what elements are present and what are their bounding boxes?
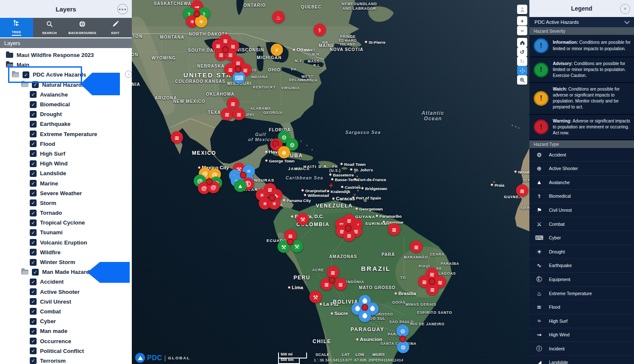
cyber-icon: ⌨ — [235, 74, 243, 81]
tree-item-earthquake[interactable]: ✓Earthquake — [0, 119, 132, 129]
tree-item-tsunami[interactable]: ✓Tsunami — [0, 228, 132, 237]
checkbox-active-shooter[interactable]: ✓ — [30, 288, 37, 295]
tab-backgrounds[interactable]: BACKGROUNDS — [66, 18, 99, 37]
hazard-marker-severe-weather[interactable]: ⚡ — [271, 44, 283, 56]
hazard-marker-dot — [399, 336, 406, 342]
checkbox-civil-unrest[interactable]: ✓ — [30, 298, 37, 305]
checkbox-accident[interactable]: ✓ — [30, 279, 37, 285]
tab-label: TREE — [12, 30, 21, 36]
tree-item-civil-unrest[interactable]: ✓Civil Unrest — [0, 297, 132, 307]
checkbox-winter-storm[interactable]: ✓ — [30, 259, 37, 266]
checkbox-occurrence[interactable]: ✓ — [30, 338, 37, 344]
hazard-marker-flood[interactable]: ≋ — [388, 223, 401, 236]
map-control-home[interactable] — [517, 38, 527, 47]
tree-item-wildfire[interactable]: ✓Wildfire — [0, 247, 132, 257]
tree-item-landslide[interactable]: ✓Landslide — [0, 168, 132, 178]
hazard-marker-man-made[interactable]: ⚒ — [297, 213, 309, 225]
map-control-undo[interactable]: ↺ — [517, 47, 527, 57]
checkbox-man-made[interactable]: ✓ — [30, 328, 37, 335]
tree-item-cyber[interactable]: ✓Cyber — [0, 316, 132, 326]
tree-item-tropical-cyclone[interactable]: ✓Tropical Cyclone — [0, 218, 132, 228]
checkbox-political-conflict[interactable]: ✓ — [30, 347, 37, 354]
tree-item-terrorism[interactable]: ✓Terrorism — [0, 356, 132, 364]
checkbox-avalanche[interactable]: ✓ — [30, 91, 37, 98]
map-label-goi-s: GOIÁS — [392, 300, 405, 304]
checkbox-terrorism[interactable]: ✓ — [30, 357, 37, 364]
checkbox-severe-weather[interactable]: ✓ — [30, 190, 37, 196]
info-icon[interactable]: i — [125, 71, 132, 78]
checkbox-man-made-hazards[interactable]: ✓ — [32, 269, 39, 276]
hazard-marker-flood[interactable]: ≋ — [327, 266, 339, 279]
tree-item-storm[interactable]: ✓Storm — [0, 198, 132, 208]
hazard-marker-flood[interactable]: ≋ — [335, 278, 347, 290]
tree-item-main[interactable]: Main — [0, 60, 132, 70]
hazard-marker-extreme-temperature[interactable]: ♨ — [273, 11, 285, 23]
hazard-type-row-avalanche: ▲Avalanche — [529, 176, 634, 190]
checkbox-storm[interactable]: ✓ — [30, 199, 37, 206]
hazard-marker-flood[interactable]: ≋ — [410, 241, 423, 253]
tree-item-marine[interactable]: ✓Marine — [0, 178, 132, 188]
checkbox-tsunami[interactable]: ✓ — [30, 229, 37, 236]
hazard-marker-cyber[interactable]: ⌨ — [233, 71, 245, 84]
checkbox-flood[interactable]: ✓ — [30, 140, 37, 147]
tree-item-flood[interactable]: ✓Flood — [0, 139, 132, 149]
checkbox-earthquake[interactable]: ✓ — [30, 121, 37, 128]
checkbox-high-wind[interactable]: ✓ — [30, 160, 37, 167]
hazard-marker-flood[interactable]: ≋ — [516, 185, 529, 197]
checkbox-landslide[interactable]: ✓ — [30, 170, 37, 177]
tree-item-maui-wildfire-response-2023[interactable]: Maui Wildfire Response 2023 — [0, 50, 132, 60]
hazard-marker-flood[interactable]: ≋ — [233, 108, 245, 120]
hazard-marker-biomedical[interactable]: ⚕ — [314, 24, 326, 36]
checkbox-marine[interactable]: ✓ — [30, 180, 37, 187]
tree-item-political-conflict[interactable]: ✓Political Conflict — [0, 346, 132, 356]
checkbox-combat[interactable]: ✓ — [30, 308, 37, 315]
tree-item-high-surf[interactable]: ✓High Surf — [0, 149, 132, 159]
folder-open-icon[interactable] — [6, 63, 13, 68]
checkbox-high-surf[interactable]: ✓ — [30, 150, 37, 157]
checkbox-volcanic-eruption[interactable]: ✓ — [30, 239, 37, 246]
tree-item-extreme-temperature[interactable]: ✓Extreme Temperature — [0, 129, 132, 139]
tab-search[interactable]: SEARCH — [33, 18, 66, 37]
panel-menu-button[interactable]: ●●● — [117, 4, 128, 14]
checkbox-natural-hazards[interactable]: ✓ — [32, 81, 39, 88]
map-control-zoom-in[interactable]: + — [517, 16, 527, 26]
tree-item-volcanic-eruption[interactable]: ✓Volcanic Eruption — [0, 238, 132, 247]
folder-closed-icon[interactable] — [6, 53, 13, 58]
tree-item-severe-weather[interactable]: ✓Severe Weather — [0, 188, 132, 198]
tree-item-drought[interactable]: ✓Drought — [0, 109, 132, 119]
checkbox-wildfire[interactable]: ✓ — [30, 249, 37, 256]
tab-tree[interactable]: TREE — [0, 18, 33, 37]
hazard-marker-man-made[interactable]: ⚒ — [310, 291, 322, 303]
hazard-marker-flame[interactable] — [359, 310, 371, 322]
folder-open-icon[interactable] — [21, 270, 28, 275]
map-control-pan[interactable] — [517, 66, 527, 75]
checkbox-biomedical[interactable]: ✓ — [30, 101, 37, 108]
hazard-marker-volcano[interactable]: ▲ — [234, 180, 247, 192]
legend-group-pdc-active-hazards[interactable]: PDC Active Hazards — [529, 17, 634, 27]
map-control-street-view[interactable] — [517, 5, 527, 14]
tree-item-combat[interactable]: ✓Combat — [0, 307, 132, 316]
tab-edit[interactable]: EDIT — [99, 18, 132, 37]
checkbox-extreme-temperature[interactable]: ✓ — [30, 131, 37, 137]
tree-item-high-wind[interactable]: ✓High Wind — [0, 159, 132, 168]
tree-item-active-shooter[interactable]: ✓Active Shooter — [0, 287, 132, 297]
checkbox-pdc-active-hazards[interactable]: ✓ — [23, 71, 29, 78]
hazard-marker-flood[interactable]: ≋ — [221, 108, 233, 120]
map-canvas[interactable]: SASKATCHEWANONTARIOQUEBECNEWFOUNDLANDAND… — [132, 0, 529, 364]
checkbox-tornado[interactable]: ✓ — [30, 210, 37, 216]
tree-item-tornado[interactable]: ✓Tornado — [0, 208, 132, 218]
checkbox-tropical-cyclone[interactable]: ✓ — [30, 219, 37, 226]
map-control-redo[interactable]: ↻ — [517, 57, 527, 66]
hazard-marker-flood[interactable]: ≋ — [171, 131, 183, 144]
folder-open-icon[interactable] — [12, 72, 19, 77]
tree-item-man-made[interactable]: ✓Man made — [0, 326, 132, 336]
checkbox-drought[interactable]: ✓ — [30, 111, 37, 118]
tree-item-occurrence[interactable]: ✓Occurrence — [0, 336, 132, 346]
hazard-marker-active-shooter[interactable]: ⊕ — [278, 146, 290, 159]
folder-open-icon[interactable] — [21, 82, 28, 87]
close-icon[interactable]: × — [620, 4, 630, 14]
map-control-zoom-out[interactable]: − — [517, 26, 527, 35]
map-control-zoom-box[interactable] — [517, 75, 527, 85]
tree-item-biomedical[interactable]: ✓Biomedical — [0, 100, 132, 109]
checkbox-cyber[interactable]: ✓ — [30, 318, 37, 325]
